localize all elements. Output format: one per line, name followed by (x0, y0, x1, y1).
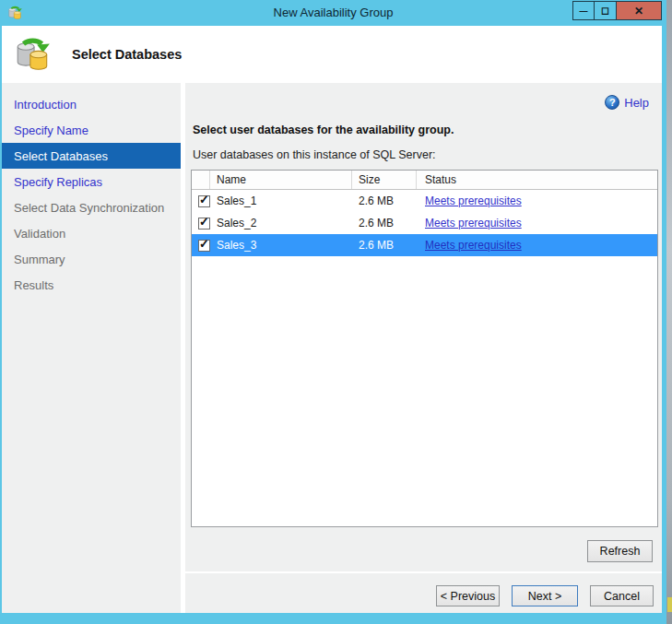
help-icon: ? (605, 95, 619, 110)
titlebar[interactable]: New Availability Group — ◻ ✕ (0, 0, 666, 26)
sidebar-step-specify-name[interactable]: Specify Name (2, 117, 181, 143)
check-icon: ✓ (199, 237, 209, 251)
row-status-cell: Meets prerequisites (417, 217, 657, 230)
column-header-status[interactable]: Status (417, 171, 657, 189)
window-title: New Availability Group (0, 0, 666, 26)
row-checkbox[interactable]: ✓ (198, 218, 210, 230)
databases-table: Name Size Status ✓ Sales_1 2.6 MB Meets … (191, 170, 658, 527)
sidebar-step-label: Validation (14, 227, 65, 241)
help-label: Help (624, 96, 649, 110)
instruction-heading: Select user databases for the availabili… (193, 124, 454, 136)
sidebar-step-label: Select Data Synchronization (14, 201, 164, 215)
column-header-name[interactable]: Name (210, 171, 352, 189)
row-name: Sales_2 (210, 217, 352, 230)
column-header-size[interactable]: Size (352, 171, 417, 189)
row-size: 2.6 MB (352, 194, 417, 207)
sidebar-step-select-databases[interactable]: Select Databases (2, 143, 181, 169)
column-header-checkbox[interactable] (192, 171, 210, 189)
window-controls: — ◻ ✕ (572, 1, 662, 20)
row-status-link[interactable]: Meets prerequisites (425, 194, 522, 207)
help-link[interactable]: ? Help (605, 95, 649, 110)
wizard-steps-sidebar: Introduction Specify Name Select Databas… (2, 83, 181, 613)
table-row[interactable]: ✓ Sales_2 2.6 MB Meets prerequisites (192, 212, 657, 234)
row-size: 2.6 MB (352, 239, 417, 252)
main-panel: ? Help Select user databases for the ava… (185, 83, 662, 613)
sidebar-step-specify-replicas[interactable]: Specify Replicas (2, 169, 181, 194)
select-databases-icon (14, 33, 53, 74)
sidebar-step-label: Summary (14, 253, 65, 266)
sidebar-step-validation: Validation (2, 220, 181, 246)
table-row[interactable]: ✓ Sales_1 2.6 MB Meets prerequisites (192, 190, 657, 212)
next-button[interactable]: Next > (512, 585, 578, 606)
wizard-step-list: Introduction Specify Name Select Databas… (2, 91, 181, 298)
footer-separator (185, 571, 662, 573)
row-checkbox-cell: ✓ (192, 240, 210, 252)
close-button[interactable]: ✕ (617, 1, 662, 20)
row-checkbox[interactable]: ✓ (198, 240, 210, 252)
row-status-cell: Meets prerequisites (417, 194, 657, 207)
row-status-link[interactable]: Meets prerequisites (425, 217, 522, 230)
row-status-link[interactable]: Meets prerequisites (425, 239, 522, 252)
sidebar-step-label: Introduction (14, 98, 77, 112)
maximize-button[interactable]: ◻ (595, 1, 617, 20)
close-icon: ✕ (634, 5, 643, 18)
row-name: Sales_3 (210, 239, 352, 252)
sidebar-step-select-data-synchronization: Select Data Synchronization (2, 194, 181, 220)
row-name: Sales_1 (210, 194, 352, 207)
check-icon: ✓ (199, 215, 209, 229)
row-status-cell: Meets prerequisites (417, 239, 657, 252)
table-body: ✓ Sales_1 2.6 MB Meets prerequisites ✓ S… (192, 190, 657, 526)
table-header: Name Size Status (192, 171, 657, 190)
new-availability-group-window: New Availability Group — ◻ ✕ Select Data… (0, 0, 666, 624)
sidebar-step-introduction[interactable]: Introduction (2, 91, 181, 117)
instruction-subtext: User databases on this instance of SQL S… (193, 148, 436, 161)
row-checkbox-cell: ✓ (192, 195, 210, 207)
sidebar-step-label: Results (14, 278, 53, 292)
sidebar-step-results: Results (2, 272, 181, 298)
sidebar-step-summary: Summary (2, 246, 181, 272)
refresh-button[interactable]: Refresh (587, 540, 653, 562)
page-title: Select Databases (72, 26, 182, 83)
sidebar-step-label: Specify Name (14, 124, 88, 137)
check-icon: ✓ (199, 193, 209, 206)
cancel-button[interactable]: Cancel (590, 585, 654, 606)
row-size: 2.6 MB (352, 217, 417, 230)
row-checkbox-cell: ✓ (192, 218, 210, 230)
sidebar-step-label: Select Databases (14, 149, 108, 163)
screen: New Availability Group — ◻ ✕ Select Data… (0, 0, 672, 624)
desktop-background-fragment (667, 597, 672, 612)
sidebar-step-label: Specify Replicas (14, 175, 102, 189)
minimize-button[interactable]: — (572, 1, 595, 20)
row-checkbox[interactable]: ✓ (198, 195, 210, 207)
wizard-header: Select Databases (2, 26, 662, 83)
previous-button[interactable]: < Previous (436, 585, 500, 606)
table-row[interactable]: ✓ Sales_3 2.6 MB Meets prerequisites (192, 234, 657, 256)
maximize-icon: ◻ (601, 5, 609, 17)
minimize-icon: — (580, 6, 588, 16)
